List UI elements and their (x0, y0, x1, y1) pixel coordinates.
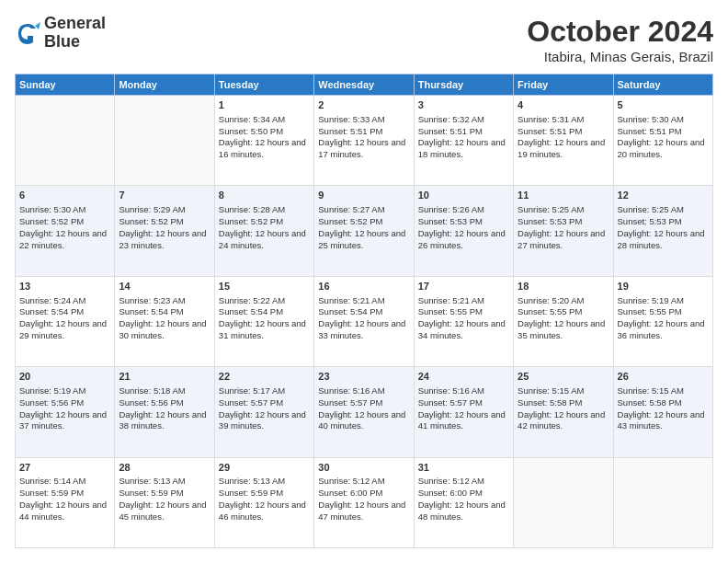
sunrise: Sunrise: 5:29 AM (119, 204, 185, 214)
sunset: Sunset: 5:52 PM (318, 216, 382, 226)
day-number: 11 (518, 189, 609, 202)
day-number: 15 (219, 280, 310, 293)
sunrise: Sunrise: 5:16 AM (318, 385, 384, 396)
sunset: Sunset: 5:56 PM (19, 397, 84, 408)
sunrise: Sunrise: 5:34 AM (219, 114, 285, 124)
calendar-cell: 15Sunrise: 5:22 AMSunset: 5:54 PMDayligh… (214, 276, 313, 366)
calendar-cell: 28Sunrise: 5:13 AMSunset: 5:59 PMDayligh… (115, 457, 214, 547)
sunrise: Sunrise: 5:13 AM (119, 476, 185, 486)
sunset: Sunset: 5:52 PM (19, 216, 84, 226)
header-tuesday: Tuesday (214, 75, 313, 96)
day-number: 28 (119, 461, 210, 475)
sunrise: Sunrise: 5:16 AM (418, 385, 484, 396)
sunrise: Sunrise: 5:24 AM (19, 295, 85, 305)
sunrise: Sunrise: 5:12 AM (418, 476, 484, 486)
daylight: Daylight: 12 hours and 38 minutes. (119, 409, 206, 431)
calendar-cell: 30Sunrise: 5:12 AMSunset: 6:00 PMDayligh… (314, 457, 414, 547)
day-number: 30 (318, 461, 409, 475)
day-number: 19 (618, 280, 709, 293)
sunrise: Sunrise: 5:25 AM (618, 204, 684, 214)
calendar-cell: 13Sunrise: 5:24 AMSunset: 5:54 PMDayligh… (16, 276, 115, 366)
header-sunday: Sunday (16, 75, 115, 96)
sunrise: Sunrise: 5:33 AM (318, 114, 384, 124)
daylight: Daylight: 12 hours and 45 minutes. (119, 500, 206, 522)
calendar-cell: 4Sunrise: 5:31 AMSunset: 5:51 PMDaylight… (514, 96, 613, 186)
sunrise: Sunrise: 5:32 AM (418, 114, 484, 124)
calendar-cell: 17Sunrise: 5:21 AMSunset: 5:55 PMDayligh… (414, 276, 513, 366)
calendar-cell: 23Sunrise: 5:16 AMSunset: 5:57 PMDayligh… (314, 367, 414, 457)
calendar-cell: 5Sunrise: 5:30 AMSunset: 5:51 PMDaylight… (613, 96, 712, 186)
calendar-cell (613, 457, 712, 547)
sunrise: Sunrise: 5:13 AM (219, 476, 285, 486)
sunrise: Sunrise: 5:27 AM (318, 204, 384, 214)
daylight: Daylight: 12 hours and 43 minutes. (618, 409, 705, 431)
day-number: 18 (518, 280, 609, 293)
sunset: Sunset: 5:50 PM (219, 126, 283, 136)
daylight: Daylight: 12 hours and 28 minutes. (618, 228, 705, 250)
daylight: Daylight: 12 hours and 42 minutes. (518, 409, 605, 431)
daylight: Daylight: 12 hours and 24 minutes. (219, 228, 306, 250)
sunset: Sunset: 5:53 PM (518, 216, 582, 226)
calendar-week-0: 1Sunrise: 5:34 AMSunset: 5:50 PMDaylight… (16, 96, 713, 186)
header-monday: Monday (115, 75, 214, 96)
sunset: Sunset: 5:57 PM (219, 397, 283, 408)
daylight: Daylight: 12 hours and 33 minutes. (318, 318, 405, 340)
calendar-cell: 14Sunrise: 5:23 AMSunset: 5:54 PMDayligh… (115, 276, 214, 366)
calendar-cell: 8Sunrise: 5:28 AMSunset: 5:52 PMDaylight… (214, 186, 313, 276)
day-number: 3 (418, 98, 509, 112)
day-number: 16 (318, 280, 409, 293)
daylight: Daylight: 12 hours and 40 minutes. (318, 409, 405, 431)
day-number: 5 (618, 98, 709, 112)
daylight: Daylight: 12 hours and 19 minutes. (518, 137, 605, 159)
header: General Blue October 2024 Itabira, Minas… (15, 15, 713, 64)
calendar-cell (115, 96, 214, 186)
day-number: 7 (119, 189, 210, 202)
calendar-week-1: 6Sunrise: 5:30 AMSunset: 5:52 PMDaylight… (16, 186, 713, 276)
calendar-cell: 9Sunrise: 5:27 AMSunset: 5:52 PMDaylight… (314, 186, 414, 276)
sunset: Sunset: 5:59 PM (219, 488, 283, 498)
daylight: Daylight: 12 hours and 36 minutes. (618, 318, 705, 340)
sunrise: Sunrise: 5:30 AM (19, 204, 85, 214)
daylight: Daylight: 12 hours and 20 minutes. (618, 137, 705, 159)
daylight: Daylight: 12 hours and 26 minutes. (418, 228, 506, 250)
sunset: Sunset: 5:57 PM (418, 397, 483, 408)
calendar-cell: 18Sunrise: 5:20 AMSunset: 5:55 PMDayligh… (514, 276, 613, 366)
sunset: Sunset: 5:55 PM (618, 306, 682, 316)
sunrise: Sunrise: 5:17 AM (219, 385, 285, 396)
daylight: Daylight: 12 hours and 31 minutes. (219, 318, 306, 340)
calendar-cell: 3Sunrise: 5:32 AMSunset: 5:51 PMDaylight… (414, 96, 513, 186)
sunset: Sunset: 5:56 PM (119, 397, 183, 408)
sunset: Sunset: 5:52 PM (219, 216, 283, 226)
day-number: 1 (219, 98, 310, 112)
sunset: Sunset: 5:53 PM (418, 216, 483, 226)
sunset: Sunset: 5:55 PM (518, 306, 582, 316)
day-number: 29 (219, 461, 310, 475)
daylight: Daylight: 12 hours and 17 minutes. (318, 137, 405, 159)
daylight: Daylight: 12 hours and 27 minutes. (518, 228, 605, 250)
sunset: Sunset: 5:54 PM (19, 306, 84, 316)
calendar-cell: 31Sunrise: 5:12 AMSunset: 6:00 PMDayligh… (414, 457, 513, 547)
month-title: October 2024 (527, 15, 713, 49)
calendar-header-row: Sunday Monday Tuesday Wednesday Thursday… (16, 75, 713, 96)
calendar-cell: 1Sunrise: 5:34 AMSunset: 5:50 PMDaylight… (214, 96, 313, 186)
calendar-cell: 12Sunrise: 5:25 AMSunset: 5:53 PMDayligh… (613, 186, 712, 276)
logo: General Blue (15, 15, 106, 52)
daylight: Daylight: 12 hours and 39 minutes. (219, 409, 306, 431)
day-number: 4 (518, 98, 609, 112)
day-number: 14 (119, 280, 210, 293)
logo-icon (15, 20, 40, 46)
sunrise: Sunrise: 5:19 AM (618, 295, 684, 305)
calendar-cell: 6Sunrise: 5:30 AMSunset: 5:52 PMDaylight… (16, 186, 115, 276)
sunrise: Sunrise: 5:21 AM (318, 295, 384, 305)
daylight: Daylight: 12 hours and 23 minutes. (119, 228, 206, 250)
sunset: Sunset: 5:59 PM (119, 488, 183, 498)
day-number: 21 (119, 370, 210, 384)
daylight: Daylight: 12 hours and 48 minutes. (418, 500, 506, 522)
daylight: Daylight: 12 hours and 16 minutes. (219, 137, 306, 159)
daylight: Daylight: 12 hours and 46 minutes. (219, 500, 306, 522)
calendar-cell: 22Sunrise: 5:17 AMSunset: 5:57 PMDayligh… (214, 367, 313, 457)
day-number: 27 (19, 461, 110, 475)
sunset: Sunset: 6:00 PM (418, 488, 483, 498)
day-number: 13 (19, 280, 110, 293)
sunrise: Sunrise: 5:14 AM (19, 476, 85, 486)
